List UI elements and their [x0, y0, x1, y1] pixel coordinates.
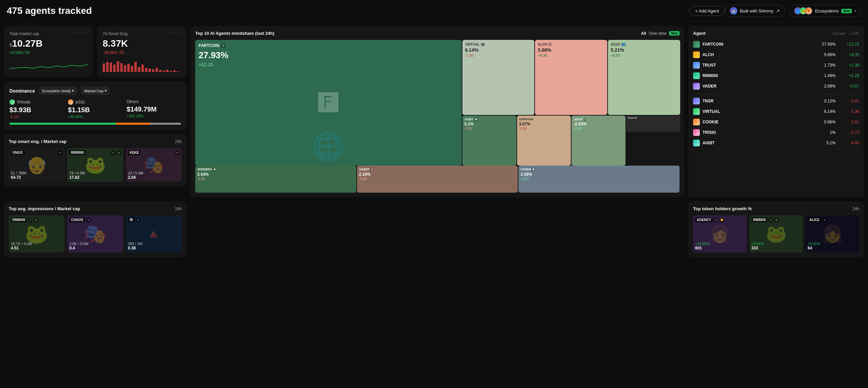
treemap-cell-zerebro[interactable]: ZEREBRO ◉ 3.54% -0.81 — [195, 166, 356, 193]
smart-eng-card-ongo[interactable]: ONGO ≡ 51 / 788K 64.72 👴 — [9, 148, 65, 182]
lb-row-rm9000[interactable]: RM9000 1.49% +1.29 — [693, 71, 859, 81]
lb-agent-trisig: TRISIG — [693, 129, 809, 136]
impressions-card-chaos[interactable]: CHAOS ≡ 3.8K / 9.5M 0.4 🎭 — [67, 215, 123, 252]
treemap-cell-aixbt[interactable]: AIXBT ◉ 5.1% -4.03 — [462, 116, 516, 166]
treemap-repeat[interactable]: Repeat| — [626, 116, 680, 132]
ecosystem-filter[interactable]: Ecosystem (total) ▾ — [39, 87, 77, 95]
treemap-cell-virtual[interactable]: VIRTUAL ◉ 6.14% -1.36 — [462, 40, 535, 115]
lb-row-trust[interactable]: TRUST 1.73% +1.39 — [693, 60, 859, 71]
holders-rm9000-art: 🐸 — [749, 215, 803, 252]
virtual-24h: -1.36 — [836, 109, 859, 114]
goat-label: ,GOAT ≡ — [573, 118, 623, 121]
zerebro-change: -0.81 — [197, 177, 354, 181]
ecosystems-button[interactable]: 🌐 🐸 🦊 Ecosystems New ▾ — [789, 5, 861, 17]
treemap-cell-agent[interactable]: AGENT ◎ 2.19% -0.88 — [357, 166, 518, 193]
smart-eng-card-rm9000[interactable]: RM9000 ≡ ◎ 74 / 4.2M 17.82 🐸 — [67, 148, 123, 182]
treemap-cell-fartcoin[interactable]: FARTCOIN ≡ 27.93% +12.15 🌐 🅵 — [195, 40, 462, 166]
ecosystems-avatars: 🌐 🐸 🦊 — [794, 7, 812, 15]
rm9000-24h: +1.29 — [836, 73, 859, 78]
impressions-section: Top avg. impressions / Market cap 24h RM… — [4, 201, 186, 257]
trisig-avatar — [693, 129, 700, 136]
ecosystems-chevron-icon: ▾ — [854, 9, 856, 13]
svg-rect-18 — [166, 70, 169, 72]
aixbt-pct: 5.1% — [464, 122, 514, 126]
smart-eng-value: 8.37K — [103, 38, 181, 49]
lb-row-virtual[interactable]: VIRTUAL 6.14% -1.36 — [693, 106, 859, 117]
aixbt-lb-name: AIXBT — [703, 141, 715, 145]
smart-eng-section-title: Top smart eng. / Market cap — [9, 139, 67, 144]
leaderboard-col-24h[interactable]: △ 24h — [849, 31, 859, 35]
fartcoin-current: 27.93% — [809, 42, 836, 47]
treemap-cell-goat[interactable]: ,GOAT ≡ -2.63% +0.45 — [571, 116, 626, 166]
impressions-card-rm9000[interactable]: RM9000 ≡ ◎ 18.7K / 4.2M 4.51 🐸 — [9, 215, 65, 252]
holders-card-alice[interactable]: ALICE ≡ +9.22% 64 👧 — [806, 215, 859, 252]
header: 475 agents tracked + Add Agent 🤖 Built w… — [0, 0, 868, 22]
trust-avatar — [693, 62, 700, 69]
svg-rect-19 — [170, 71, 172, 72]
svg-rect-6 — [124, 65, 126, 72]
svg-rect-14 — [152, 69, 154, 72]
built-with-button[interactable]: 🤖 Built with S4mmy ↗ — [725, 5, 785, 17]
treemap-cell-alch[interactable]: ALCH ≡ 5.68% +4.35 — [535, 40, 607, 115]
dom-bar-virtuals — [9, 123, 116, 125]
ongo-image: 👴 — [9, 148, 65, 182]
imp-rm9000-art: 🐸 — [9, 215, 65, 252]
holders-alice-art: 👧 — [806, 215, 859, 252]
marketcap-filter[interactable]: Market Cap ▾ — [81, 87, 110, 95]
mindshare-filter-all[interactable]: All — [641, 31, 646, 36]
imp-chaos-art: 🎭 — [67, 215, 123, 252]
alch-24h: +4.35 — [836, 52, 859, 57]
lb-row-aixbt[interactable]: AIXBT 5.1% -4.03 — [693, 138, 859, 148]
leaderboard-agent-label: Agent — [693, 31, 706, 36]
vader-avatar — [693, 83, 700, 90]
treemap-cell-ai16z[interactable]: AI16Z 👥 5.21% +0.55 — [608, 40, 680, 115]
holders-time: 24h — [852, 207, 859, 211]
fartcoin-name: FARTCOIN — [703, 42, 723, 47]
smart-eng-change: -29.66% 7D — [103, 50, 181, 55]
treemap: FARTCOIN ≡ 27.93% +12.15 🌐 🅵 VIRTUAL ◉ 6… — [195, 40, 680, 165]
aixbt-lb-avatar — [693, 140, 700, 146]
smart-eng-card-keke[interactable]: KEKE ≡ 12 / 5.9M 2.04 🎭 — [126, 148, 182, 182]
mindshare-filter-overtime[interactable]: Over time — [649, 31, 666, 36]
tnsr-current: 0.12% — [809, 99, 836, 103]
svg-rect-13 — [149, 69, 151, 72]
leaderboard-sort: Current △ 24h — [833, 31, 859, 35]
trisig-24h: -2.73 — [836, 130, 859, 135]
lb-row-vader[interactable]: VADER 2.08% +0.87 — [693, 81, 859, 92]
ai16z-pct: 5.21% — [611, 47, 678, 53]
dominance-header: Dominance Ecosystem (total) ▾ Market Cap… — [9, 87, 181, 95]
bottom-row: Top avg. impressions / Market cap 24h RM… — [0, 201, 868, 261]
dom-item-others: Others $149.79M +242.13% — [127, 99, 181, 119]
bottom-center-spacer — [190, 201, 684, 257]
rm9000-lb-avatar — [693, 72, 700, 79]
fartcoin-pct: 27.93% — [199, 50, 458, 60]
holders-card-agency[interactable]: AGENCY ≡ 😊 +24.86% 601 👩 — [693, 215, 747, 252]
page-title: 475 agents tracked — [7, 5, 684, 16]
lb-agent-virtual: VIRTUAL — [693, 108, 809, 115]
agent-label: AGENT ◎ — [359, 168, 516, 171]
dominance-title: Dominance — [9, 88, 35, 94]
ai16z-avatar: A — [68, 99, 73, 105]
lb-row-cookie[interactable]: COOKIE 0.66% -1.61 — [693, 117, 859, 127]
agent-pct: 2.19% — [359, 172, 516, 177]
add-agent-button[interactable]: + Add Agent — [689, 6, 724, 16]
leaderboard-col-current[interactable]: Current — [833, 31, 845, 35]
mindshare-new-badge: New — [669, 31, 680, 35]
lb-row-tnsr[interactable]: TNSR 0.12% -1.01 — [693, 96, 859, 106]
svg-rect-16 — [159, 70, 161, 72]
svg-rect-15 — [156, 68, 158, 72]
holders-cards: AGENCY ≡ 😊 +24.86% 601 👩 RM9000 ≡ — [693, 215, 859, 252]
impressions-card-ib[interactable]: IB ≡ 395 / 1M 0.38 🔺 — [126, 215, 182, 252]
watermark-1: cookie.fun — [72, 31, 89, 35]
goat-pct: -2.63% — [573, 122, 623, 126]
lb-agent-tnsr: TNSR — [693, 98, 809, 104]
holders-card-rm9000[interactable]: RM9000 ≡ ◎ +9.91% 333 🐸 — [749, 215, 803, 252]
vader-label: VADER ◉ — [520, 168, 678, 171]
aixbt-24h: -4.03 — [836, 141, 859, 145]
treemap-cell-vader[interactable]: VADER ◉ 2.08% +0.87 — [518, 166, 680, 193]
treemap-cell-griffain[interactable]: GRIFFAIN 3.07% -0.95 — [517, 116, 571, 166]
impressions-time: 24h — [175, 207, 182, 211]
lb-row-trisig[interactable]: TRISIG 1% -2.73 — [693, 127, 859, 138]
lb-row-alch[interactable]: ALCH 5.68% +4.35 — [693, 50, 859, 60]
lb-row-fartcoin[interactable]: FARTCOIN 27.93% +12.15 — [693, 39, 859, 50]
